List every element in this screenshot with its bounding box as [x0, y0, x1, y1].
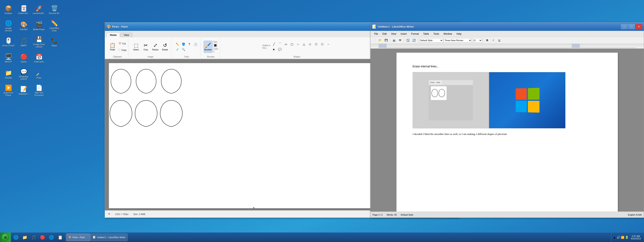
desktop-icon-new-text[interactable]: 📄 New Text Document — [32, 82, 47, 98]
opera-icon: 🔴 — [20, 53, 27, 60]
size-selector[interactable] — [213, 43, 217, 47]
cut-button[interactable]: ✂️ Cut — [118, 41, 126, 46]
text-tool[interactable]: T — [186, 42, 192, 47]
desktop-icon-catancard[interactable]: 🃏 CatanCard... — [16, 2, 32, 18]
opera-label: Opera — [21, 61, 26, 63]
libreoffice-draw-icon: ✏️ — [51, 20, 58, 27]
font-select[interactable]: Times New Roman — [444, 38, 472, 43]
select-button[interactable]: ⬚ Select — [132, 41, 140, 53]
taskbar-media[interactable]: 🎵 — [30, 233, 38, 241]
desktop-icon-opera[interactable]: 🔴 Opera — [16, 50, 32, 66]
menu-help[interactable]: Help — [454, 32, 464, 36]
taskbar-firefox[interactable]: 🔴 — [38, 233, 47, 241]
desktop-icon-datecards[interactable]: 📅 DateCards — [32, 50, 47, 66]
writer-content-area[interactable]: Erase internal lines... Picks - Paint — [370, 49, 644, 211]
shape-callout[interactable]: 💬 — [277, 47, 283, 52]
style-select[interactable]: Default Style — [419, 38, 443, 43]
shape-hexagon[interactable]: ⬡ — [320, 42, 325, 47]
win-logo-blue — [516, 101, 527, 112]
shape-diamond[interactable]: ◇ — [307, 42, 313, 47]
shape-line[interactable]: ╱ — [271, 42, 277, 47]
menu-table[interactable]: Table — [421, 32, 431, 36]
writer-close-button[interactable]: ✕ — [635, 24, 642, 29]
paint-tab-view[interactable]: View — [120, 33, 132, 37]
underline-button[interactable]: U — [496, 38, 502, 43]
taskbar-explorer[interactable]: 📁 — [20, 233, 29, 241]
brushes-button[interactable]: 🖌️ Brushes — [204, 41, 212, 53]
desktop-icon-media-player[interactable]: 🎬 Media Player — [32, 18, 47, 34]
picker-tool[interactable]: 💉 — [174, 47, 180, 52]
menu-view[interactable]: View — [389, 32, 398, 36]
desktop-icon-google-drive[interactable]: 💾 Google Drive (v0010) — [32, 34, 47, 50]
desktop-icon-arrow-proto2[interactable]: 🖱️ Arrow_Proto2 — [1, 34, 16, 50]
desktop-icon-chrome[interactable]: 🌐 Google Chrome — [1, 18, 16, 34]
taskbar-item-writer[interactable]: 📝 Untitled 1 - LibreOffice Writer — [91, 233, 128, 241]
desktop-icon-skype[interactable]: 📞 Skype — [47, 34, 62, 50]
rotate-button[interactable]: ↺ Rotate — [160, 41, 170, 53]
desktop-icon-filezilla[interactable]: 📁 FileZilla — [1, 66, 16, 82]
crop-button[interactable]: ✂ Crop — [141, 41, 150, 53]
fill-tool[interactable]: 🪣 — [180, 42, 186, 47]
canvas-bottom-handle[interactable] — [253, 207, 254, 208]
shape-triangle[interactable]: △ — [301, 42, 307, 47]
writer-taskbar-icon: 📝 — [93, 236, 96, 238]
taskbar-ie[interactable]: 🌐 — [12, 233, 20, 241]
bold-button[interactable]: B — [484, 38, 490, 43]
start-button[interactable]: ⊞ — [0, 232, 11, 242]
shape-arrow[interactable]: → — [326, 42, 331, 47]
preview-button[interactable]: 👁️ — [397, 38, 403, 43]
open-button[interactable]: 📂 — [377, 38, 383, 43]
new-doc-button[interactable]: 📄 — [371, 38, 377, 43]
writer-maximize-button[interactable]: □ — [628, 24, 635, 29]
resize-button[interactable]: ⤢ Resize — [151, 41, 160, 53]
eraser-tool[interactable]: ⬜ — [192, 42, 198, 47]
taskbar-item-paint[interactable]: 🎨 Picks - Paint — [66, 233, 90, 241]
desktop-icon-recycle-bin[interactable]: 🗑️ Recycle Bin — [47, 2, 62, 18]
desktop-icon-aimp[interactable]: 🎵 AIMP2 — [16, 34, 32, 50]
shape-ellipse[interactable]: ○ — [295, 42, 301, 47]
paste-button[interactable]: 📋 Paste — [108, 41, 117, 53]
desktop-icon-launcher[interactable]: 🚀 Launcher(W... — [32, 2, 47, 18]
zoom-tool[interactable]: 🔍 — [180, 47, 186, 52]
menu-edit[interactable]: Edit — [380, 32, 388, 36]
desktop-icon-paintnet[interactable]: 🎨 PaintNet — [16, 18, 32, 34]
taskbar-clock[interactable]: 5:37 AM 6/22/2013 — [629, 232, 642, 242]
desktop-icon-dropbox[interactable]: 📦 Dropbox — [1, 2, 16, 18]
menu-insert[interactable]: Insert — [399, 32, 409, 36]
writer-minimize-button[interactable]: ─ — [621, 24, 628, 29]
copy-button[interactable]: 📄 Copy — [118, 47, 126, 53]
file-size: Size: 2.4MB — [134, 213, 145, 215]
shape-curve[interactable]: ⌒ — [277, 42, 283, 47]
size-select[interactable]: 12 — [472, 38, 482, 43]
save-button[interactable]: 💾 — [384, 38, 389, 43]
redo-button[interactable]: ↪️ — [411, 38, 417, 43]
desktop-icon-libreoffice-draw[interactable]: ✏️ LibreOffice Draw — [47, 18, 62, 34]
italic-button[interactable]: I — [490, 38, 496, 43]
tray-arrow-icon[interactable]: ▲ — [613, 236, 616, 239]
paint-add-button[interactable]: + — [108, 212, 110, 216]
desktop-icon-picks[interactable]: 🖌️ Picks — [32, 66, 47, 82]
menu-tools[interactable]: Tools — [432, 32, 441, 36]
desktop-icon-quicktime[interactable]: ▶️ QuickTime Player — [1, 82, 16, 98]
taskbar-libreoffice[interactable]: 📋 — [56, 233, 64, 241]
print-button[interactable]: 🖨️ — [391, 38, 397, 43]
desktop-icon-whatsapp[interactable]: 💬 WhatsApp (v0010) — [16, 66, 32, 82]
desktop-icon-notepad[interactable]: 📝 Notepad++ — [16, 82, 32, 98]
desktop-icon-weSCP[interactable]: 🖥️ WeSCP — [1, 50, 16, 66]
shape-star[interactable]: ★ — [271, 47, 277, 52]
paint-canvas[interactable] — [109, 63, 399, 208]
paintnet-icon: 🎨 — [20, 21, 27, 28]
shape-rect[interactable]: ▭ — [283, 42, 289, 47]
menu-format[interactable]: Format — [409, 32, 421, 36]
pencil-tool[interactable]: ✏️ — [174, 42, 180, 47]
shape-pentagon[interactable]: ⬠ — [313, 42, 319, 47]
shape-round-rect[interactable]: ▢ — [289, 42, 295, 47]
menu-window[interactable]: Window — [442, 32, 454, 36]
desktop: 📦 Dropbox 🌐 Google Chrome 🖱️ Arrow_Proto… — [0, 0, 644, 242]
taskbar-chrome[interactable]: 🌐 — [47, 233, 56, 241]
menu-file[interactable]: File — [372, 32, 380, 36]
undo-button[interactable]: ↩️ — [405, 38, 411, 43]
win-logo-yellow — [528, 101, 540, 113]
paint-tab-home[interactable]: Home — [106, 33, 120, 37]
rotate-label: Rotate — [162, 49, 168, 51]
